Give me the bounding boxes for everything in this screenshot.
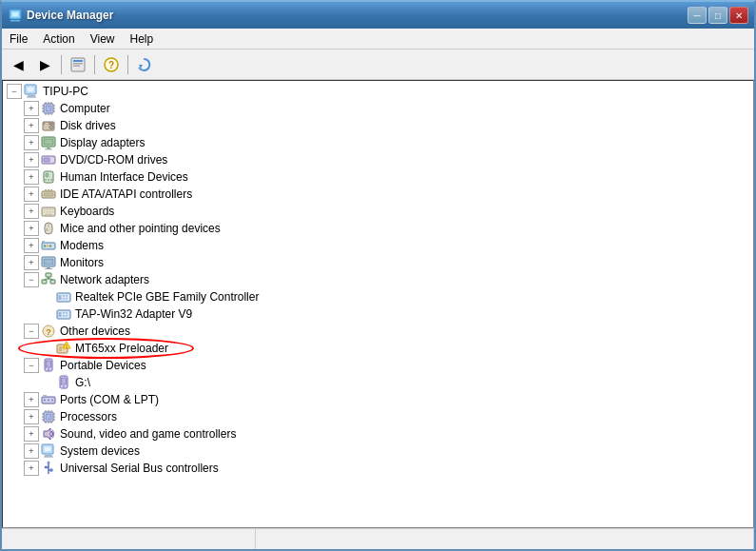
svg-rect-32	[45, 123, 48, 125]
forward-button[interactable]: ▶	[32, 53, 57, 76]
system-icon	[41, 443, 56, 459]
svg-rect-112	[46, 414, 51, 420]
content-area: − TIPU-PC +	[2, 80, 754, 528]
svg-rect-41	[44, 171, 53, 183]
svg-rect-38	[44, 158, 49, 162]
expand-display-adapters[interactable]: +	[24, 135, 39, 150]
toolbar-separator-2	[94, 55, 95, 74]
svg-rect-52	[50, 189, 52, 191]
tree-item-processors[interactable]: +	[5, 408, 751, 425]
computer-label: Computer	[60, 102, 110, 115]
svg-point-105	[63, 385, 65, 387]
expand-disk-drives[interactable]: +	[24, 118, 39, 133]
tree-item-mice[interactable]: + Mice and other pointing devices	[5, 220, 751, 237]
ports-label: Ports (COM & LPT)	[60, 393, 159, 406]
svg-rect-127	[44, 446, 51, 452]
keyboard-icon	[41, 204, 56, 219]
expand-usb[interactable]: +	[24, 461, 39, 476]
tree-item-mt65xx[interactable]: ! MT65xx Preloader	[5, 340, 751, 357]
collapse-other-devices[interactable]: −	[24, 324, 39, 339]
status-bar	[2, 528, 754, 549]
svg-rect-15	[46, 106, 51, 111]
expand-dvd-rom[interactable]: +	[24, 152, 39, 167]
expand-ide[interactable]: +	[24, 187, 39, 202]
svg-marker-125	[44, 428, 50, 440]
tree-item-usb[interactable]: + Universal Serial Bus controllers	[5, 460, 751, 477]
svg-rect-42	[46, 173, 48, 177]
display-icon	[41, 135, 56, 150]
svg-rect-65	[46, 228, 48, 231]
device-tree[interactable]: − TIPU-PC +	[2, 80, 754, 528]
tree-item-ports[interactable]: + Ports (COM & LPT)	[5, 391, 751, 408]
expand-modems[interactable]: +	[24, 238, 39, 253]
tree-item-realtek[interactable]: Realtek PCIe GBE Family Controller	[5, 288, 751, 305]
tree-item-dvd-rom[interactable]: + DVD/CD-ROM drives	[5, 151, 751, 168]
properties-button[interactable]	[66, 53, 90, 76]
svg-point-47	[50, 179, 52, 181]
tree-item-keyboards[interactable]: + Keyboards	[5, 203, 751, 220]
maximize-button[interactable]: □	[708, 7, 727, 24]
tree-item-portable-devices[interactable]: − Portable Devices	[5, 357, 751, 374]
close-button[interactable]: ✕	[729, 7, 748, 24]
expand-processors[interactable]: +	[24, 409, 39, 424]
expand-sound[interactable]: +	[24, 426, 39, 442]
svg-point-45	[45, 179, 47, 181]
warn-device-icon: !	[56, 341, 71, 356]
menu-file[interactable]: File	[2, 29, 35, 49]
minimize-button[interactable]: ─	[688, 7, 707, 24]
svg-rect-44	[49, 176, 52, 178]
network-icon	[41, 272, 56, 287]
tree-item-tipu-pc[interactable]: − TIPU-PC	[5, 83, 751, 100]
menu-view[interactable]: View	[83, 29, 123, 49]
processor-icon	[41, 409, 56, 424]
window-icon	[8, 8, 23, 23]
tree-item-hid[interactable]: + Human Interface Devices	[5, 168, 751, 186]
tree-item-g-drive[interactable]: G:\	[5, 374, 751, 391]
tree-item-system-devices[interactable]: + System devices	[5, 443, 751, 460]
svg-rect-4	[73, 60, 83, 62]
menu-help[interactable]: Help	[123, 29, 162, 49]
expand-system-devices[interactable]: +	[24, 443, 39, 459]
tree-item-monitors[interactable]: + Monitors	[5, 254, 751, 271]
tree-item-ide[interactable]: + IDE ATA/ATAPI controllers	[5, 186, 751, 203]
collapse-tipu-pc[interactable]: −	[7, 84, 22, 99]
help-button[interactable]: ?	[99, 53, 124, 76]
tree-item-computer[interactable]: +	[5, 100, 751, 117]
back-button[interactable]: ◀	[6, 53, 30, 76]
svg-rect-60	[49, 211, 51, 213]
collapse-portable-devices[interactable]: −	[24, 358, 39, 373]
monitors-label: Monitors	[60, 256, 104, 269]
expand-computer[interactable]: +	[24, 101, 39, 116]
disk-drives-label: Disk drives	[60, 119, 116, 132]
svg-point-46	[48, 179, 49, 181]
svg-point-68	[47, 245, 48, 246]
menu-action[interactable]: Action	[35, 29, 82, 49]
svg-point-109	[51, 400, 53, 402]
other-devices-icon: ?	[41, 324, 56, 339]
tree-item-other-devices[interactable]: − ? Other devices	[5, 323, 751, 340]
no-expand-mt65xx	[39, 341, 54, 356]
tree-item-disk-drives[interactable]: + Disk drives	[5, 117, 751, 134]
tree-item-network-adapters[interactable]: − Network adapters	[5, 271, 751, 288]
collapse-network-adapters[interactable]: −	[24, 272, 39, 287]
expand-monitors[interactable]: +	[24, 255, 39, 270]
ide-label: IDE ATA/ATAPI controllers	[60, 187, 192, 201]
usb-icon	[41, 461, 56, 476]
refresh-button[interactable]	[132, 53, 157, 76]
svg-rect-61	[52, 211, 54, 213]
expand-mice[interactable]: +	[24, 221, 39, 236]
svg-rect-11	[27, 87, 34, 92]
monitor-icon	[41, 255, 56, 270]
expand-ports[interactable]: +	[24, 392, 39, 407]
expand-hid[interactable]: +	[24, 169, 39, 185]
expand-keyboards[interactable]: +	[24, 204, 39, 219]
tree-item-tap-win32[interactable]: TAP-Win32 Adapter V9	[5, 305, 751, 323]
disk-icon	[41, 118, 56, 133]
g-drive-label: G:\	[75, 376, 90, 389]
svg-rect-86	[66, 298, 68, 300]
tree-item-display-adapters[interactable]: + Display adapters	[5, 134, 751, 151]
tree-item-sound[interactable]: + Sound, video and game controllers	[5, 425, 751, 443]
svg-point-131	[48, 462, 50, 464]
hid-icon	[41, 169, 56, 185]
tree-item-modems[interactable]: + Modems	[5, 237, 751, 254]
